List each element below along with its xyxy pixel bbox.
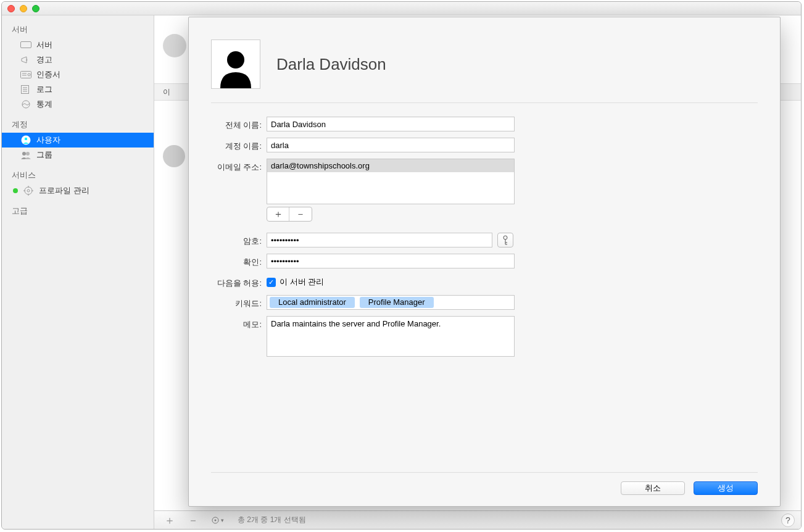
- sidebar-item-groups[interactable]: 그룹: [2, 148, 154, 162]
- svg-point-22: [227, 51, 244, 69]
- avatar: [163, 34, 186, 57]
- log-icon: [20, 85, 31, 94]
- allow-admin-checkbox-label: 이 서버 관리: [280, 276, 324, 288]
- list-header-text: 이: [163, 87, 170, 98]
- password-assistant-button[interactable]: [497, 233, 513, 247]
- email-label: 이메일 주소:: [211, 159, 267, 173]
- footer-bar: ＋ － ▾ 총 2개 중 1개 선택됨 ?: [154, 510, 801, 529]
- svg-rect-1: [21, 72, 31, 78]
- sidebar-item-label: 통계: [36, 99, 52, 110]
- svg-point-4: [28, 73, 30, 76]
- sidebar-section-server: 서버: [2, 20, 154, 38]
- svg-point-12: [22, 152, 26, 156]
- keyword-token[interactable]: Local administrator: [270, 297, 355, 308]
- account-name-input[interactable]: [267, 138, 515, 152]
- close-window-button[interactable]: [7, 5, 15, 12]
- person-silhouette-icon: [214, 45, 257, 88]
- display-icon: [20, 40, 31, 50]
- help-button[interactable]: ?: [781, 513, 795, 527]
- create-button[interactable]: 생성: [694, 481, 758, 495]
- sidebar-item-label: 프로파일 관리: [39, 185, 89, 196]
- sidebar-item-label: 로그: [36, 84, 52, 95]
- status-indicator-green: [13, 188, 18, 193]
- certificate-icon: [20, 70, 31, 80]
- email-list-item[interactable]: darla@townshipschools.org: [267, 159, 514, 172]
- remove-email-button[interactable]: －: [289, 207, 312, 221]
- action-menu-button[interactable]: ▾: [207, 516, 228, 525]
- svg-point-11: [25, 138, 28, 141]
- memo-textarea[interactable]: [267, 316, 515, 357]
- remove-button[interactable]: －: [184, 514, 202, 526]
- sidebar-item-alerts[interactable]: 경고: [2, 52, 154, 67]
- list-row-avatar: [163, 145, 185, 167]
- sidebar-item-stats[interactable]: 통계: [2, 97, 154, 112]
- password-label: 암호:: [211, 233, 267, 247]
- keyword-token[interactable]: Profile Manager: [360, 297, 434, 308]
- minimize-window-button[interactable]: [20, 5, 27, 12]
- sidebar-item-label: 인증서: [36, 69, 60, 80]
- email-add-remove-group: ＋ －: [267, 207, 312, 222]
- add-email-button[interactable]: ＋: [267, 207, 289, 221]
- sidebar-section-account: 계정: [2, 115, 154, 133]
- svg-point-23: [504, 236, 507, 239]
- full-name-input[interactable]: [267, 117, 515, 131]
- memo-label: 메모:: [211, 316, 267, 330]
- sidebar-item-label: 사용자: [36, 135, 60, 146]
- svg-point-21: [215, 519, 217, 521]
- email-list[interactable]: darla@townshipschools.org: [267, 159, 515, 204]
- add-button[interactable]: ＋: [160, 514, 179, 526]
- fullscreen-window-button[interactable]: [32, 5, 39, 12]
- selection-status: 총 2개 중 1개 선택됨: [238, 515, 306, 525]
- account-name-label: 계정 이름:: [211, 138, 267, 152]
- sidebar-section-advanced[interactable]: 고급: [2, 202, 154, 219]
- sheet-footer: 취소 생성: [211, 472, 758, 495]
- group-icon: [20, 150, 31, 160]
- svg-point-15: [27, 189, 30, 192]
- user-icon: [20, 135, 31, 145]
- confirm-label: 확인:: [211, 254, 267, 268]
- allow-admin-checkbox[interactable]: ✓: [267, 278, 276, 287]
- full-name-label: 전체 이름:: [211, 117, 267, 131]
- chart-icon: [20, 99, 31, 109]
- sheet-header: Darla Davidson: [211, 39, 758, 103]
- chevron-down-icon: ▾: [221, 517, 224, 523]
- cancel-button[interactable]: 취소: [621, 481, 685, 495]
- sidebar-item-certificates[interactable]: 인증서: [2, 67, 154, 82]
- sidebar: 서버 서버 경고 인증서: [2, 15, 154, 529]
- confirm-password-input[interactable]: [267, 254, 515, 268]
- sidebar-item-server[interactable]: 서버: [2, 38, 154, 52]
- keyword-label: 키워드:: [211, 295, 267, 309]
- password-input[interactable]: [267, 233, 492, 247]
- gear-icon: [23, 186, 34, 196]
- new-user-sheet: Darla Davidson 전체 이름: 계정 이름: 이메일 주소: dar…: [188, 17, 781, 507]
- svg-point-14: [25, 187, 32, 194]
- megaphone-icon: [20, 55, 31, 65]
- key-icon: [502, 235, 509, 245]
- sidebar-section-service: 서비스: [2, 166, 154, 183]
- allow-label: 다음을 허용:: [211, 275, 267, 289]
- app-window: 서버 서버 경고 인증서: [1, 1, 802, 530]
- sidebar-item-profile-manager[interactable]: 프로파일 관리: [2, 183, 154, 198]
- sidebar-item-label: 경고: [36, 54, 52, 65]
- sidebar-item-label: 그룹: [36, 149, 52, 160]
- svg-point-13: [26, 152, 30, 156]
- sheet-title: Darla Davidson: [276, 55, 386, 74]
- sidebar-item-label: 서버: [36, 39, 52, 51]
- titlebar: [2, 2, 801, 15]
- profile-picture-button[interactable]: [211, 39, 260, 89]
- svg-rect-0: [21, 42, 31, 48]
- sidebar-item-logs[interactable]: 로그: [2, 82, 154, 97]
- keyword-input[interactable]: Local administrator Profile Manager: [267, 295, 515, 310]
- gear-icon: [211, 516, 220, 525]
- sidebar-item-users[interactable]: 사용자: [2, 133, 154, 148]
